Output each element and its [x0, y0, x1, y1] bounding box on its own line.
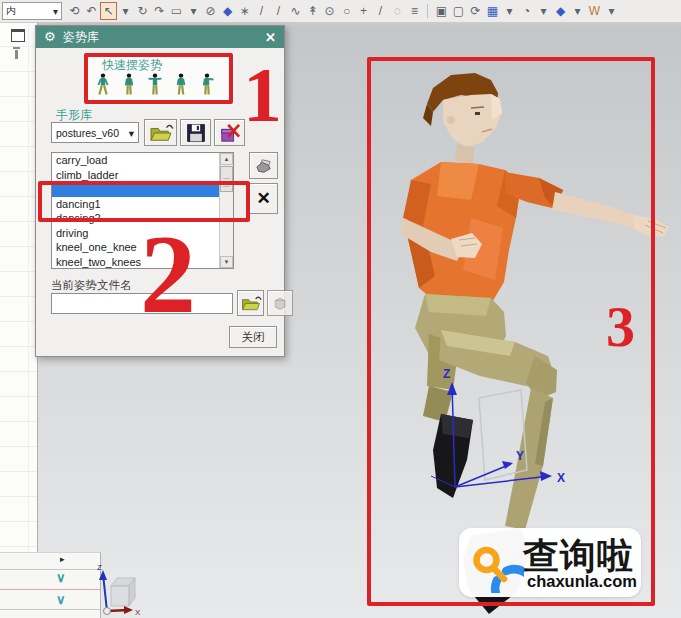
- figure-brow: [471, 107, 484, 108]
- find-window-icon[interactable]: ▣: [433, 2, 450, 20]
- line2-tool-icon[interactable]: /: [270, 2, 287, 20]
- view-combo[interactable]: 内 ▾: [2, 2, 62, 20]
- open-library-button[interactable]: [144, 119, 177, 146]
- expand-arrow-icon[interactable]: ▸: [60, 553, 65, 565]
- undo-icon[interactable]: ↶: [83, 2, 100, 20]
- floppy-save-icon: [186, 123, 206, 143]
- folder-open-icon: [148, 123, 174, 143]
- postures-list[interactable]: ▲ ▼ carry_loadclimb_ladderdancing1dancin…: [51, 152, 234, 269]
- save-library-button[interactable]: [180, 119, 211, 146]
- list-item[interactable]: dancing1: [52, 197, 233, 212]
- plus-icon[interactable]: +: [355, 2, 372, 20]
- figure-eye: [475, 112, 480, 115]
- list-scrollbar[interactable]: ▲ ▼: [219, 153, 233, 268]
- quick-pose-row: [96, 73, 214, 99]
- axis-label-y: Y: [516, 449, 524, 463]
- chaxunla-logo-icon: [464, 533, 524, 593]
- select-cursor-icon[interactable]: ↖: [100, 2, 117, 20]
- figure-ear: [447, 116, 455, 124]
- cube-caret-icon[interactable]: ▾: [569, 2, 586, 20]
- select-caret-icon[interactable]: ▾: [117, 2, 134, 20]
- circle-icon[interactable]: ○: [338, 2, 355, 20]
- list-item[interactable]: dancing2: [52, 211, 233, 226]
- chevron-down-icon[interactable]: ∨: [56, 593, 66, 607]
- curve-tool-icon[interactable]: ∿: [287, 2, 304, 20]
- figure-shoe-facet: [441, 414, 473, 438]
- close-icon[interactable]: ✕: [265, 30, 276, 45]
- scrollbar-thumb[interactable]: [220, 166, 233, 192]
- rotate-tool-icon[interactable]: ↻: [134, 2, 151, 20]
- walk-caret-icon[interactable]: ▾: [603, 2, 620, 20]
- posture-library-dialog: ⚙ 姿势库 ✕ 快速摆姿势: [35, 25, 285, 357]
- gray-box-icon: [272, 295, 288, 311]
- delete-library-icon: [219, 123, 241, 143]
- window-icon[interactable]: ▢: [450, 2, 467, 20]
- circle-dot-icon[interactable]: ⊙: [321, 2, 338, 20]
- pose-tpose-icon[interactable]: [148, 73, 162, 99]
- pose-walk-icon[interactable]: [96, 73, 110, 99]
- swing-tool-icon[interactable]: ↷: [151, 2, 168, 20]
- cube-tool-icon[interactable]: ◆: [219, 2, 236, 20]
- remove-posture-button[interactable]: ✕: [249, 183, 278, 214]
- app-window: 内 ▾ ⟲↶↖▾↻↷▭▾⊘◆∗//∿↟⊙○+/◌≡▣▢⟳▦▾◔▾◆▾W▾: [0, 0, 681, 618]
- pose-one-arm-icon[interactable]: [200, 73, 214, 99]
- list-item[interactable]: driving: [52, 226, 233, 241]
- line-tool-icon[interactable]: /: [253, 2, 270, 20]
- corner-axis-label-z: Z: [97, 564, 102, 572]
- pose-stand2-icon[interactable]: [174, 73, 188, 99]
- list-item[interactable]: [52, 182, 233, 197]
- current-file-label: 当前姿势文件名: [51, 278, 132, 293]
- toolbar-icons: ⟲↶↖▾↻↷▭▾⊘◆∗//∿↟⊙○+/◌≡▣▢⟳▦▾◔▾◆▾W▾: [66, 2, 620, 20]
- slash-icon[interactable]: /: [372, 2, 389, 20]
- current-file-input[interactable]: [51, 293, 233, 314]
- apply-posture-button[interactable]: [249, 152, 278, 179]
- watermark-domain: chaxunla.com: [527, 572, 637, 591]
- postures-combo-value: postures_v60: [56, 127, 119, 139]
- sphere-tool-icon[interactable]: ⊘: [202, 2, 219, 20]
- fan-icon[interactable]: ◔: [518, 2, 535, 20]
- grid-caret-icon[interactable]: ▾: [501, 2, 518, 20]
- postures-combo[interactable]: postures_v60 ▾: [51, 122, 139, 143]
- list-item[interactable]: carry_load: [52, 153, 233, 168]
- refresh-icon[interactable]: ⟳: [467, 2, 484, 20]
- close-button-label: 关闭: [242, 330, 265, 345]
- figure-right-forearm: [552, 192, 639, 229]
- view-combo-value: 内: [6, 4, 16, 18]
- corner-origin-sphere: [104, 608, 111, 615]
- gear-icon: ⚙: [44, 26, 56, 48]
- panel-tool-icon[interactable]: [15, 50, 18, 59]
- chevron-down-icon[interactable]: ∨: [56, 571, 66, 585]
- cube2-icon[interactable]: ◆: [552, 2, 569, 20]
- orbit-view-icon[interactable]: ⟲: [66, 2, 83, 20]
- x-icon: ✕: [256, 188, 270, 209]
- scroll-up-icon[interactable]: ▲: [220, 153, 233, 165]
- rect-caret-icon[interactable]: ▾: [185, 2, 202, 20]
- list-item[interactable]: kneel_two_knees: [52, 255, 233, 270]
- tree-tool-icon[interactable]: ↟: [304, 2, 321, 20]
- left-panel: [0, 22, 38, 618]
- browse-file-button[interactable]: [237, 290, 264, 316]
- grid-icon[interactable]: ▦: [484, 2, 501, 20]
- dialog-title: 姿势库: [63, 29, 258, 46]
- separator[interactable]: [427, 4, 429, 18]
- save-file-button-disabled[interactable]: [267, 290, 293, 316]
- corner-axis-label-x: X: [135, 608, 141, 617]
- pose-stand-icon[interactable]: [122, 73, 136, 99]
- delete-library-button[interactable]: [214, 119, 245, 146]
- chevron-down-icon: ▾: [53, 6, 58, 17]
- list-item[interactable]: climb_ladder: [52, 168, 233, 183]
- restore-window-icon[interactable]: [11, 29, 25, 42]
- fan-caret-icon[interactable]: ▾: [535, 2, 552, 20]
- rect-select-icon[interactable]: ▭: [168, 2, 185, 20]
- explode-tool-icon[interactable]: ∗: [236, 2, 253, 20]
- close-dialog-button[interactable]: 关闭: [229, 326, 277, 348]
- dialog-titlebar[interactable]: ⚙ 姿势库 ✕: [36, 26, 284, 48]
- grab-hand-icon: [254, 158, 274, 174]
- main-area: Z X Y ▸ ∨ ∨: [0, 22, 681, 618]
- list-item[interactable]: kneel_one_knee: [52, 240, 233, 255]
- layers-icon[interactable]: ≡: [406, 2, 423, 20]
- scroll-down-icon[interactable]: ▼: [220, 256, 233, 268]
- ghost-circle-icon[interactable]: ◌: [389, 2, 406, 20]
- watermark: 查询啦 chaxunla.com: [459, 528, 641, 597]
- walk-icon[interactable]: W: [586, 2, 603, 20]
